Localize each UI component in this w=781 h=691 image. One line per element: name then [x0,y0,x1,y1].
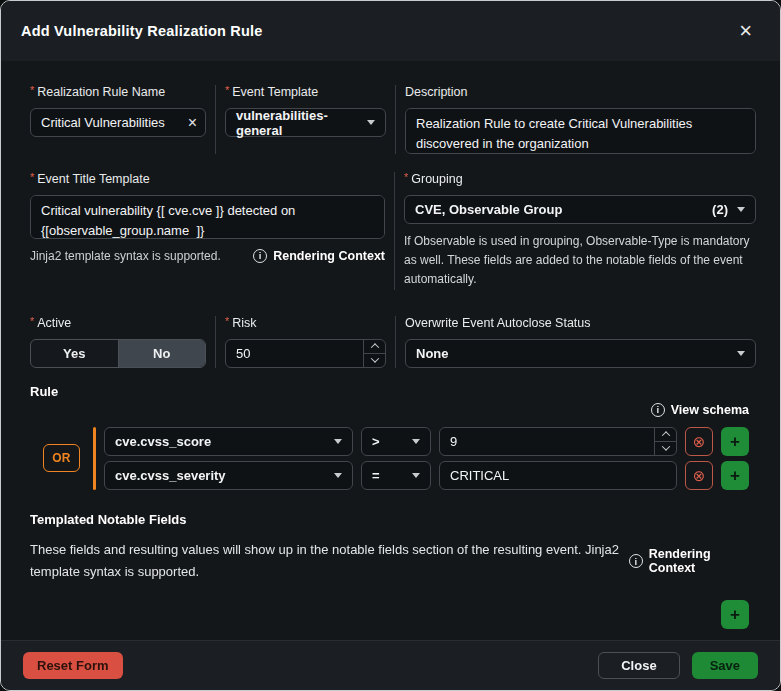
form-row-1: * Realization Rule Name × * Event Templa… [30,85,756,154]
rule-heading: Rule [30,384,756,399]
view-schema-link[interactable]: i View schema [651,403,749,417]
info-icon: i [253,249,267,263]
save-button[interactable]: Save [692,652,758,679]
chevron-down-icon [661,442,669,450]
info-icon: i [629,554,643,568]
description-field: Description Realization Rule to create C… [405,85,756,154]
autoclose-field: Overwrite Event Autoclose Status None [405,316,756,368]
active-label: * Active [30,316,206,330]
notable-fields-heading: Templated Notable Fields [30,512,756,527]
close-icon[interactable]: × [731,18,760,44]
active-toggle: Yes No [30,339,206,368]
jinja-hint: Jinja2 template syntax is supported. [30,249,221,263]
active-toggle-no[interactable]: No [119,340,206,367]
add-condition-button[interactable]: + [721,461,749,490]
grouping-count-badge: (2) [712,202,728,217]
risk-input[interactable] [226,340,385,367]
condition-field-select[interactable]: cve.cvss_score [104,427,353,456]
event-title-template-field: * Event Title Template Critical vulnerab… [30,172,385,290]
chevron-down-icon [334,473,342,478]
rendering-context-link[interactable]: i Rendering Context [253,249,385,263]
notable-fields-description: These fields and resulting values will s… [30,539,629,585]
plus-icon: + [730,467,740,484]
chevron-down-icon [334,439,342,444]
chevron-down-icon [412,439,420,444]
chevron-down-icon [737,351,745,356]
plus-icon: + [730,433,740,450]
condition-value-input[interactable] [440,428,676,455]
column-divider [395,316,396,368]
notable-fields-section: Templated Notable Fields These fields an… [30,512,756,630]
rule-name-field: * Realization Rule Name × [30,85,206,154]
delete-condition-button[interactable]: ⊗ [685,461,713,490]
grouping-select[interactable]: CVE, Observable Group (2) [404,195,756,224]
chevron-up-icon [661,431,669,439]
chevron-down-icon [412,473,420,478]
event-template-label: * Event Template [225,85,386,99]
description-label: Description [405,85,756,99]
required-marker: * [225,315,229,327]
reset-form-button[interactable]: Reset Form [23,652,123,679]
condition-value-spinner [654,428,676,455]
modal-title: Add Vulnerability Realization Rule [21,23,263,39]
description-textarea[interactable]: Realization Rule to create Critical Vuln… [405,108,756,154]
grouping-hint: If Observable is used in grouping, Obser… [404,232,756,290]
active-field: * Active Yes No [30,316,206,368]
risk-label: * Risk [225,316,386,330]
add-realization-rule-modal: Add Vulnerability Realization Rule × * R… [0,0,781,691]
circled-x-icon: ⊗ [693,434,706,449]
column-divider [215,85,216,154]
rule-section: Rule i View schema OR cve.cvss_score [30,384,756,490]
info-icon: i [651,403,665,417]
condition-field-select[interactable]: cve.cvss_severity [104,461,353,490]
add-notable-field-button[interactable]: + [721,600,749,629]
plus-icon: + [730,606,740,623]
or-operator-badge[interactable]: OR [43,444,80,472]
grouping-label: * Grouping [404,172,756,186]
required-marker: * [30,171,34,183]
form-row-3: * Active Yes No * Risk [30,316,756,368]
active-toggle-yes[interactable]: Yes [31,340,119,367]
close-button[interactable]: Close [598,652,679,679]
modal-footer: Reset Form Close Save [1,640,780,690]
risk-spinner [363,340,385,367]
modal-body: * Realization Rule Name × * Event Templa… [1,61,780,640]
required-marker: * [30,84,34,96]
spinner-down-button[interactable] [655,442,676,455]
chevron-up-icon [370,343,378,351]
spinner-up-button[interactable] [655,428,676,442]
rule-name-input[interactable] [30,108,206,137]
circled-x-icon: ⊗ [693,468,706,483]
event-template-field: * Event Template vulnerabilities-general [225,85,386,154]
condition-operator-select[interactable]: = [361,461,431,490]
condition-operator-select[interactable]: > [361,427,431,456]
required-marker: * [30,315,34,327]
group-bar [93,427,96,490]
form-row-2: * Event Title Template Critical vulnerab… [30,172,756,290]
required-marker: * [225,84,229,96]
condition-value-input[interactable] [439,461,677,490]
condition-row: cve.cvss_severity = ⊗ + [104,461,749,490]
required-marker: * [404,171,408,183]
rendering-context-link[interactable]: i Rendering Context [629,547,756,575]
modal-header: Add Vulnerability Realization Rule × [1,1,780,61]
autoclose-label: Overwrite Event Autoclose Status [405,316,756,330]
event-title-template-label: * Event Title Template [30,172,385,186]
clear-icon[interactable]: × [188,115,197,131]
event-template-select[interactable]: vulnerabilities-general [225,108,386,137]
add-condition-button[interactable]: + [721,427,749,456]
chevron-down-icon [367,120,375,125]
grouping-field: * Grouping CVE, Observable Group (2) If … [404,172,756,290]
column-divider [394,172,395,290]
autoclose-select[interactable]: None [405,339,756,368]
risk-field: * Risk [225,316,386,368]
spinner-down-button[interactable] [364,354,385,367]
event-title-template-textarea[interactable]: Critical vulnerability {[ cve.cve ]} det… [30,195,385,239]
rule-condition-group: OR cve.cvss_score > [30,427,749,490]
delete-condition-button[interactable]: ⊗ [685,427,713,456]
column-divider [215,316,216,368]
chevron-down-icon [370,354,378,362]
spinner-up-button[interactable] [364,340,385,354]
condition-row: cve.cvss_score > [104,427,749,456]
column-divider [395,85,396,154]
